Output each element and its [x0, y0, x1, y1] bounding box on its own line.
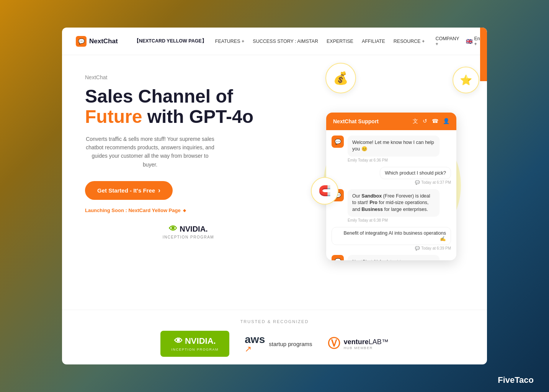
nav-link-resource[interactable]: RESOURCE +: [394, 39, 425, 44]
nvidia-eye-icon: 👁: [169, 224, 177, 234]
aws-logo-block: aws ↗: [245, 333, 265, 354]
hero-subtitle: Converts traffic & sells more stuff! You…: [85, 135, 215, 169]
main-content: NextChat Sales Channel of Future with GP…: [62, 55, 487, 310]
fivetaco-brand: FiveTaco: [498, 375, 534, 385]
venture-sub-text: HUB MEMBER: [344, 346, 389, 350]
nvidia-logo: 👁 NVIDIA.: [169, 224, 208, 234]
launching-soon-text[interactable]: Launching Soon : NextCard Yellow Page: [85, 207, 292, 213]
trust-logo-aws: aws ↗ startup programs: [245, 333, 312, 354]
site-logo[interactable]: 💬 NextChat: [76, 36, 118, 47]
nvidia-label: NVIDIA.: [180, 225, 208, 234]
bot-avatar-1: 💬: [332, 136, 344, 148]
user-meta-icon-2: 💬: [415, 246, 420, 250]
chat-header-icons: 文 ↺ ☎ 👤: [413, 118, 449, 125]
cta-get-started-button[interactable]: Get Started - It's Free: [85, 181, 173, 200]
chat-user-meta-2: 💬 Today at 6:39 PM: [332, 246, 451, 250]
hero-title-rest: with GPT-4o: [142, 106, 253, 127]
chat-meta-2: Emily Today at 6:38 PM: [348, 218, 440, 222]
chat-user-meta-1: 💬 Today at 6:37 PM: [380, 180, 451, 185]
hero-left: NextChat Sales Channel of Future with GP…: [62, 55, 311, 310]
hero-title-orange: Future: [85, 106, 142, 127]
chat-bubble-text-1: Welcome! Let me know how I can help you …: [348, 136, 440, 157]
chat-bubble-2: Our Sandbox (Free Forever) is ideal to s…: [348, 189, 440, 223]
chat-widget: NextChat Support 文 ↺ ☎ 👤 💬 Welcome! Let …: [326, 113, 456, 260]
chat-user-message-1: Which product I should pick? 💬 Today at …: [380, 167, 451, 185]
trust-label: TRUSTED & RECOGNIZED: [85, 319, 464, 324]
chat-message-3: 💬 NextChat AI Assistant turns every inte…: [332, 255, 451, 260]
hero-right: 💰 🧲 ⭐ NextChat Support 文 ↺ ☎ 👤: [311, 55, 487, 310]
nav-company[interactable]: COMPANY +: [435, 36, 459, 47]
nav-link-success[interactable]: SUCCESS STORY : AIMSTAR: [253, 39, 318, 44]
chat-bubble-text-3: NextChat AI Assistant turns every intera…: [348, 255, 440, 260]
trust-logos: 👁 NVIDIA. INCEPTION PROGRAM aws ↗ startu…: [85, 331, 464, 357]
chat-user-bubble-2: Benefit of integrating AI into business …: [332, 227, 451, 245]
venture-lab-text: LAB™: [369, 338, 389, 346]
float-icon-money: 💰: [325, 63, 356, 93]
main-window: 💬 NextChat 【NEXTCARD YELLOW PAGE】 FEATUR…: [62, 28, 487, 364]
bot-avatar-3: 💬: [332, 255, 344, 260]
chat-body: 💬 Welcome! Let me know how I can help yo…: [326, 130, 456, 260]
chat-meta-1: Emily Today at 6:36 PM: [348, 158, 440, 162]
nav-link-features[interactable]: FEATURES +: [215, 39, 245, 44]
nav-links: 【NEXTCARD YELLOW PAGE】 FEATURES + SUCCES…: [134, 38, 425, 44]
trust-nvidia-inception: INCEPTION PROGRAM: [172, 348, 219, 351]
user-icon[interactable]: 👤: [443, 118, 449, 125]
float-icon-star-person: ⭐: [453, 67, 479, 93]
hero-brand-label: NextChat: [85, 74, 292, 80]
trust-section: TRUSTED & RECOGNIZED 👁 NVIDIA. INCEPTION…: [62, 310, 487, 364]
trust-nvidia-eye: 👁: [174, 336, 183, 346]
nvidia-badge: 👁 NVIDIA. INCEPTION PROGRAM: [85, 224, 292, 239]
chat-header: NextChat Support 文 ↺ ☎ 👤: [326, 113, 456, 130]
aws-startup-label: startup programs: [269, 341, 312, 347]
trust-nvidia-text: NVIDIA.: [185, 336, 216, 346]
chat-bubble-text-2: Our Sandbox (Free Forever) is ideal to s…: [348, 189, 440, 217]
refresh-icon[interactable]: ↺: [423, 118, 427, 125]
logo-text: NextChat: [89, 38, 118, 45]
venture-name: ventureLAB™: [344, 338, 389, 346]
navigation: 💬 NextChat 【NEXTCARD YELLOW PAGE】 FEATUR…: [62, 28, 487, 55]
flag-icon: 🇬🇧: [466, 38, 472, 44]
chat-header-title: NextChat Support: [333, 118, 379, 124]
logo-icon: 💬: [76, 36, 87, 47]
venture-v-icon: Ⓥ: [328, 335, 340, 352]
translate-icon[interactable]: 文: [413, 118, 418, 125]
nav-right: COMPANY + 🇬🇧 English +: [435, 36, 487, 47]
trust-logo-venture: Ⓥ ventureLAB™ HUB MEMBER: [328, 335, 389, 352]
nav-link-yellowpage[interactable]: 【NEXTCARD YELLOW PAGE】: [134, 38, 207, 44]
hero-title: Sales Channel of Future with GPT-4o: [85, 87, 292, 127]
hero-title-line1: Sales Channel of: [85, 86, 233, 106]
user-meta-icon: 💬: [415, 180, 420, 185]
chat-user-bubble-1: Which product I should pick?: [380, 167, 451, 179]
trust-nvidia-row: 👁 NVIDIA.: [174, 336, 216, 346]
venture-text-block: ventureLAB™ HUB MEMBER: [344, 338, 389, 350]
trust-logo-nvidia: 👁 NVIDIA. INCEPTION PROGRAM: [160, 331, 229, 357]
inception-text: INCEPTION PROGRAM: [163, 235, 214, 239]
aws-startup-text: startup programs: [269, 341, 312, 347]
float-icon-magnet: 🧲: [311, 177, 338, 204]
chat-message-1: 💬 Welcome! Let me know how I can help yo…: [332, 136, 451, 162]
nav-link-expertise[interactable]: EXPERTISE: [327, 39, 353, 44]
phone-icon[interactable]: ☎: [432, 118, 438, 125]
chat-bubble-1: Welcome! Let me know how I can help you …: [348, 136, 440, 162]
nav-link-affiliate[interactable]: AFFILIATE: [362, 39, 385, 44]
chat-bubble-3: NextChat AI Assistant turns every intera…: [348, 255, 440, 260]
chat-user-message-2: Benefit of integrating AI into business …: [332, 227, 451, 250]
chat-message-2: 💬 Our Sandbox (Free Forever) is ideal to…: [332, 189, 451, 223]
